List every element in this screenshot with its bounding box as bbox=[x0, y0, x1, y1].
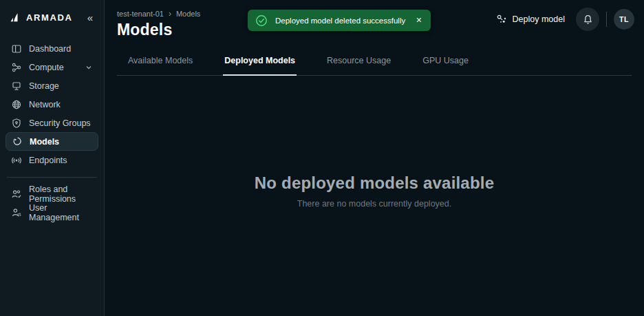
user-management-icon bbox=[11, 207, 22, 218]
sidebar-nav: Dashboard Compute Storage bbox=[6, 39, 98, 222]
sidebar-item-user-management[interactable]: User Management bbox=[6, 203, 98, 222]
sidebar: ARMADA « Dashboard Compute bbox=[0, 0, 105, 316]
sidebar-item-label: Storage bbox=[29, 81, 59, 91]
sidebar-item-dashboard[interactable]: Dashboard bbox=[6, 39, 98, 58]
sidebar-item-roles-permissions[interactable]: Roles and Permissions bbox=[6, 185, 98, 203]
deploy-model-button[interactable]: Deploy model bbox=[492, 11, 569, 28]
deploy-nodes-icon bbox=[496, 14, 507, 25]
breadcrumb-separator-icon: › bbox=[169, 9, 171, 19]
sidebar-item-endpoints[interactable]: Endpoints bbox=[6, 151, 98, 169]
header-actions: Deploy model TL bbox=[492, 7, 634, 32]
toast-message: Deployed model deleted successfully bbox=[275, 17, 405, 25]
sidebar-item-label: Compute bbox=[29, 63, 64, 72]
sidebar-item-label: Dashboard bbox=[29, 44, 71, 54]
sidebar-header: ARMADA « bbox=[6, 0, 98, 35]
sidebar-item-security-groups[interactable]: Security Groups bbox=[6, 114, 98, 132]
breadcrumb-current: Models bbox=[176, 10, 200, 18]
breadcrumb-tenant[interactable]: test-tenant-01 bbox=[117, 10, 164, 18]
sidebar-divider bbox=[7, 177, 97, 178]
roles-permissions-icon bbox=[11, 189, 22, 200]
success-toast: Deployed model deleted successfully ✕ bbox=[248, 10, 431, 31]
sidebar-item-storage[interactable]: Storage bbox=[6, 76, 98, 95]
sidebar-collapse-button[interactable]: « bbox=[85, 11, 96, 24]
brand-name: ARMADA bbox=[26, 12, 72, 23]
sidebar-item-label: Security Groups bbox=[29, 118, 91, 128]
empty-state: No deployed models available There are n… bbox=[117, 173, 632, 209]
compute-icon bbox=[11, 62, 22, 73]
notifications-button[interactable] bbox=[576, 8, 599, 31]
user-avatar[interactable]: TL bbox=[614, 9, 634, 30]
bell-icon bbox=[582, 14, 594, 25]
tab-resource-usage[interactable]: Resource Usage bbox=[325, 50, 392, 76]
sidebar-item-label: User Management bbox=[29, 203, 93, 222]
tab-available-models[interactable]: Available Models bbox=[127, 50, 194, 76]
sidebar-item-label: Network bbox=[29, 100, 61, 109]
toast-close-icon[interactable]: ✕ bbox=[416, 17, 422, 24]
sidebar-item-label: Roles and Permissions bbox=[29, 185, 93, 204]
deploy-model-label: Deploy model bbox=[513, 14, 565, 24]
sidebar-item-models[interactable]: Models bbox=[6, 132, 98, 151]
armada-sail-icon bbox=[10, 12, 21, 23]
header-separator bbox=[606, 12, 607, 27]
tab-gpu-usage[interactable]: GPU Usage bbox=[421, 50, 470, 76]
empty-state-subtitle: There are no models currently deployed. bbox=[117, 199, 632, 209]
storage-icon bbox=[11, 81, 22, 92]
sidebar-item-label: Endpoints bbox=[29, 156, 67, 165]
sidebar-item-compute[interactable]: Compute bbox=[6, 58, 98, 76]
sidebar-item-label: Models bbox=[30, 137, 59, 147]
sidebar-item-network[interactable]: Network bbox=[6, 95, 98, 114]
check-circle-icon bbox=[255, 14, 268, 27]
app-window: ARMADA « Dashboard Compute bbox=[0, 0, 644, 316]
shield-icon bbox=[11, 118, 22, 129]
chevron-down-icon[interactable] bbox=[85, 63, 93, 72]
dashboard-icon bbox=[11, 43, 22, 54]
network-globe-icon bbox=[11, 99, 22, 110]
tabs-bar: Available Models Deployed Models Resourc… bbox=[117, 50, 632, 76]
endpoints-icon bbox=[11, 155, 22, 166]
empty-state-title: No deployed models available bbox=[117, 173, 632, 193]
tab-deployed-models[interactable]: Deployed Models bbox=[223, 50, 297, 76]
main-content: test-tenant-01 › Models Models Deployed … bbox=[105, 0, 644, 316]
brand-logo: ARMADA bbox=[10, 12, 72, 23]
models-icon bbox=[12, 136, 23, 147]
